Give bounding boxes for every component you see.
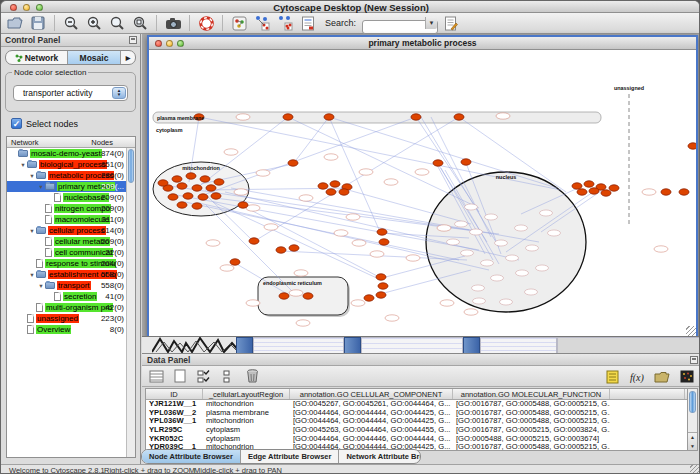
network-node[interactable] [584, 181, 594, 187]
dropdown-stepper-icon[interactable]: ▲▼ [112, 87, 126, 99]
network-node[interactable] [192, 185, 202, 191]
network-node[interactable] [577, 189, 587, 195]
network-node[interactable] [303, 293, 313, 299]
network-node[interactable] [324, 114, 334, 120]
layout-button-2[interactable] [275, 14, 295, 32]
expand-arrow-icon[interactable]: ▼ [19, 162, 27, 168]
tree-scrollbar[interactable] [126, 148, 135, 457]
help-button[interactable] [196, 14, 216, 32]
network-node[interactable] [206, 185, 216, 191]
float-data-panel-icon[interactable] [690, 356, 698, 364]
delete-attribute-button[interactable] [242, 367, 262, 385]
import-folder-button[interactable] [652, 368, 672, 386]
network-node[interactable] [183, 193, 193, 199]
matrix-button[interactable] [677, 368, 697, 386]
network-node[interactable] [158, 180, 168, 186]
vizmapper-button[interactable] [298, 14, 318, 32]
zoom-selected-button[interactable] [107, 14, 127, 32]
network-node[interactable] [601, 190, 611, 196]
layout-button-1[interactable] [252, 14, 272, 32]
network-node[interactable] [378, 283, 388, 289]
tree-row-biological-process[interactable]: ▼biological_process651(0) [7, 159, 126, 170]
float-panel-icon[interactable] [129, 36, 137, 44]
attribute-table[interactable]: ID_cellularLayoutRegionannotation.GO CEL… [145, 388, 690, 451]
zoom-out-button[interactable] [61, 14, 81, 32]
tree-row-overview[interactable]: Overview8(0) [7, 324, 126, 335]
network-view-window[interactable]: primary metabolic process plasma membran… [147, 35, 698, 338]
network-node[interactable] [364, 295, 374, 301]
column-header-filler[interactable] [610, 389, 685, 399]
tree-row-nucleobase-[interactable]: nucleobase-209(0) [7, 192, 126, 203]
network-canvas-area[interactable]: plasma membranecytoplasmmitochondrionnuc… [149, 50, 696, 336]
unselect-attributes-button[interactable] [218, 367, 238, 385]
network-node[interactable] [283, 114, 293, 120]
tree-row-cell-communicat[interactable]: cell communicat22(0) [7, 247, 126, 258]
network-node[interactable] [461, 159, 471, 165]
network-node[interactable] [214, 179, 224, 185]
tree-row-mosaic-demo-yeast[interactable]: mosaic-demo-yeast874(0) [7, 148, 126, 159]
network-node[interactable] [288, 160, 298, 166]
network-node[interactable] [411, 114, 421, 120]
network-node[interactable] [318, 183, 328, 189]
network-node[interactable] [572, 183, 582, 189]
window-resize-grip[interactable] [690, 464, 700, 474]
column-header[interactable]: ID [146, 389, 203, 399]
network-node[interactable] [289, 245, 299, 251]
search-dropdown-arrow-icon[interactable]: ▼ [425, 17, 437, 29]
network-node[interactable] [211, 193, 221, 199]
tree-row-cellular-metabo[interactable]: cellular metabo209(0) [7, 236, 126, 247]
tab-network[interactable]: Network [6, 51, 68, 64]
network-node[interactable] [238, 202, 248, 208]
network-node[interactable] [177, 183, 187, 189]
table-row[interactable]: YPL036W__2plasma membrane[GO:0044464, GO… [146, 409, 689, 418]
select-attributes-button[interactable] [194, 367, 214, 385]
tree-row-nitrogen-compo[interactable]: nitrogen compo209(0) [7, 203, 126, 214]
table-scrollbar-arrows[interactable]: ▲▼ [688, 432, 697, 450]
table-row[interactable]: YPL036W__1mitochondrion[GO:0044464, GO:0… [146, 417, 689, 426]
network-node[interactable] [192, 203, 202, 209]
network-node[interactable] [609, 185, 619, 191]
network-node[interactable] [339, 189, 349, 195]
node-color-dropdown[interactable]: transporter activity ▲▼ [13, 85, 128, 101]
expand-arrow-icon[interactable]: ▼ [37, 184, 45, 190]
network-node[interactable] [679, 189, 689, 195]
network-node[interactable] [230, 259, 240, 265]
expand-arrow-icon[interactable]: ▼ [28, 173, 36, 179]
network-node[interactable] [177, 202, 187, 208]
advanced-search-button[interactable] [441, 14, 461, 32]
network-node[interactable] [454, 114, 464, 120]
table-row[interactable]: YJR121W__1mitochondrion[GO:0045267, GO:0… [146, 400, 689, 409]
tree-row-cellular-process[interactable]: ▼cellular process614(0) [7, 225, 126, 236]
tree-row-metabolic-process[interactable]: ▼metabolic process280(0) [7, 170, 126, 181]
attribute-list-button[interactable] [146, 367, 166, 385]
main-titlebar[interactable]: Cytoscape Desktop (New Session) [1, 1, 700, 13]
save-button[interactable] [28, 14, 48, 32]
more-tabs-arrow[interactable]: ▶ [121, 51, 135, 64]
table-scrollbar[interactable]: ▲▼ [687, 388, 698, 451]
network-manager-button[interactable] [229, 14, 249, 32]
table-row[interactable]: YKR052Ccytoplasm[GO:0044464, GO:0044446,… [146, 435, 689, 444]
column-header[interactable]: _cellularLayoutRegion [203, 389, 290, 399]
notes-button[interactable] [602, 368, 622, 386]
column-header[interactable]: annotation.GO MOLECULAR_FUNCTION [453, 389, 610, 399]
network-node[interactable] [379, 239, 389, 245]
select-nodes-checkbox[interactable]: ✓ [11, 118, 22, 129]
tree-row-multi-organism-pro[interactable]: multi-organism pro42(0) [7, 302, 126, 313]
network-node[interactable] [326, 189, 336, 195]
network-node[interactable] [330, 181, 340, 187]
table-scrollbar-thumb[interactable] [689, 391, 696, 413]
tree-scrollbar-thumb[interactable] [128, 149, 134, 183]
network-node[interactable] [377, 229, 387, 235]
new-attribute-button[interactable] [170, 367, 190, 385]
tab-node-attribute-browser[interactable]: Node Attribute Browser [142, 450, 241, 463]
tab-edge-attribute-browser[interactable]: Edge Attribute Browser [241, 450, 339, 463]
network-node[interactable] [661, 189, 671, 195]
network-node[interactable] [276, 247, 286, 253]
network-node[interactable] [186, 173, 196, 179]
column-header[interactable]: annotation.GO CELLULAR_COMPONENT [290, 389, 453, 399]
network-node[interactable] [589, 188, 599, 194]
snapshot-button[interactable] [163, 14, 183, 32]
expand-arrow-icon[interactable]: ▼ [28, 228, 36, 234]
open-button[interactable] [5, 14, 25, 32]
network-node[interactable] [376, 274, 386, 280]
